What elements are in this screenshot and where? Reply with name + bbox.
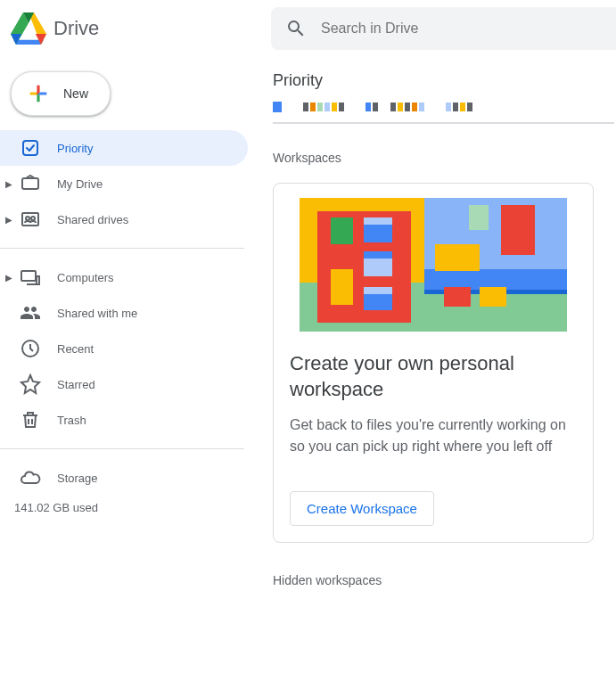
- sidebar-item-label: Storage: [57, 472, 98, 485]
- sidebar: New Priority ▶ My Drive ▶: [0, 57, 259, 587]
- trash-icon: [20, 409, 41, 431]
- workspace-card-description: Get back to files you're currently worki…: [290, 414, 577, 457]
- chevron-right-icon[interactable]: ▶: [4, 273, 14, 283]
- page-title: Priority: [273, 71, 614, 90]
- new-button[interactable]: New: [11, 71, 111, 116]
- shareddrives-icon: [20, 209, 41, 230]
- plus-icon: [26, 81, 51, 106]
- sidebar-item-starred[interactable]: Starred: [0, 366, 248, 402]
- search-icon: [285, 18, 307, 39]
- svg-point-2: [26, 217, 29, 220]
- workspaces-heading: Workspaces: [273, 151, 614, 165]
- people-icon: [20, 302, 41, 324]
- svg-rect-1: [22, 213, 38, 226]
- chevron-right-icon[interactable]: ▶: [4, 215, 14, 225]
- priority-icon: [20, 137, 41, 159]
- sidebar-item-label: My Drive: [57, 177, 103, 191]
- sidebar-item-label: Shared drives: [57, 213, 128, 226]
- sidebar-item-shareddrives[interactable]: ▶ Shared drives: [0, 201, 248, 237]
- suggested-files-strip[interactable]: [273, 99, 614, 115]
- sidebar-item-label: Starred: [57, 378, 95, 391]
- new-button-label: New: [63, 86, 88, 101]
- workspace-illustration: [300, 198, 567, 332]
- star-icon: [20, 373, 41, 395]
- sidebar-item-mydrive[interactable]: ▶ My Drive: [0, 166, 248, 201]
- sidebar-item-label: Recent: [57, 342, 94, 356]
- workspace-card-title: Create your own personal workspace: [290, 351, 577, 402]
- search-bar[interactable]: [271, 7, 616, 50]
- clock-icon: [20, 338, 41, 359]
- sidebar-item-recent[interactable]: Recent: [0, 331, 248, 366]
- search-input[interactable]: [321, 21, 602, 37]
- storage-used: 141.02 GB used: [0, 496, 259, 514]
- svg-rect-0: [23, 141, 37, 155]
- sidebar-item-storage[interactable]: Storage: [0, 460, 248, 496]
- hidden-workspaces-heading: Hidden workspaces: [273, 573, 614, 587]
- divider: [0, 448, 244, 449]
- sidebar-item-trash[interactable]: Trash: [0, 402, 248, 438]
- computers-icon: [20, 267, 41, 288]
- sidebar-item-label: Computers: [57, 271, 114, 284]
- sidebar-item-computers[interactable]: ▶ Computers: [0, 259, 248, 295]
- divider: [273, 122, 614, 124]
- main-content: Priority Workspaces: [259, 57, 616, 587]
- sidebar-item-sharedwithme[interactable]: Shared with me: [0, 295, 248, 331]
- sidebar-item-label: Priority: [57, 142, 93, 155]
- sidebar-item-label: Shared with me: [57, 307, 137, 320]
- chevron-right-icon[interactable]: ▶: [4, 179, 14, 189]
- logo-area[interactable]: Drive: [11, 11, 271, 46]
- sidebar-item-label: Trash: [57, 414, 86, 427]
- workspace-card: Create your own personal workspace Get b…: [273, 183, 594, 543]
- app-name: Drive: [53, 17, 99, 40]
- cloud-icon: [20, 467, 41, 488]
- create-workspace-button[interactable]: Create Workspace: [290, 491, 434, 526]
- sidebar-item-priority[interactable]: Priority: [0, 130, 248, 166]
- svg-rect-4: [21, 271, 36, 281]
- svg-point-3: [31, 217, 35, 220]
- mydrive-icon: [20, 173, 41, 194]
- divider: [0, 248, 244, 249]
- drive-logo-icon: [11, 11, 46, 46]
